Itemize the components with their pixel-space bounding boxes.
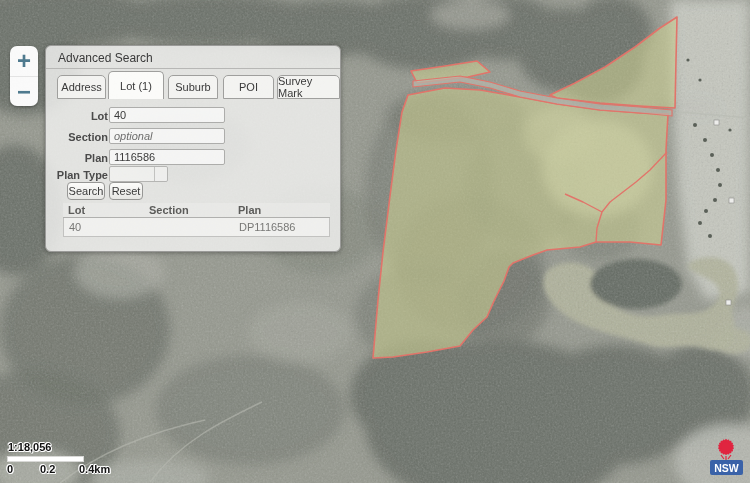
results-header-section: Section bbox=[149, 204, 238, 216]
plus-icon: + bbox=[17, 49, 31, 73]
results-header-row: Lot Section Plan bbox=[63, 203, 330, 218]
panel-header[interactable]: Advanced Search bbox=[46, 46, 340, 69]
chevron-down-icon bbox=[154, 167, 167, 181]
plan-input[interactable] bbox=[109, 149, 225, 165]
waratah-icon bbox=[718, 439, 735, 460]
scale-bar-line bbox=[7, 456, 84, 462]
plan-label: Plan bbox=[52, 152, 108, 164]
results-header-lot: Lot bbox=[63, 204, 149, 216]
nsw-logo-text: NSW bbox=[714, 462, 739, 474]
lot-label: Lot bbox=[52, 110, 108, 122]
tab-address[interactable]: Address bbox=[57, 75, 106, 99]
results-table: Lot Section Plan 40 DP1116586 bbox=[63, 203, 330, 237]
zoom-control: + − bbox=[10, 46, 38, 106]
lot-input[interactable] bbox=[109, 107, 225, 123]
advanced-search-panel: Advanced Search Address Lot (1) Suburb P… bbox=[45, 45, 341, 252]
results-header-plan: Plan bbox=[238, 204, 330, 216]
tab-suburb-label: Suburb bbox=[175, 81, 210, 93]
zoom-in-button[interactable]: + bbox=[10, 46, 38, 76]
search-button[interactable]: Search bbox=[67, 182, 105, 200]
tab-lot-label: Lot (1) bbox=[120, 80, 152, 92]
tab-lot[interactable]: Lot (1) bbox=[108, 71, 164, 99]
tab-survey-mark-label: Survey Mark bbox=[278, 75, 339, 99]
scale-bar: 1:18,056 0 0.2 0.4km bbox=[0, 440, 130, 480]
section-label: Section bbox=[52, 131, 108, 143]
nsw-government-logo: NSW bbox=[707, 435, 747, 479]
results-cell-lot: 40 bbox=[64, 221, 150, 233]
panel-title: Advanced Search bbox=[58, 51, 153, 65]
scale-tick-end: 0.4km bbox=[79, 463, 110, 475]
section-input[interactable] bbox=[109, 128, 225, 144]
results-cell-plan: DP1116586 bbox=[239, 221, 329, 233]
tab-poi-label: POI bbox=[239, 81, 258, 93]
minus-icon: − bbox=[17, 80, 31, 104]
scale-ratio-text: 1:18,056 bbox=[8, 441, 51, 453]
tab-survey-mark[interactable]: Survey Mark bbox=[277, 75, 340, 99]
scale-tick-mid: 0.2 bbox=[40, 463, 55, 475]
scale-tick-start: 0 bbox=[7, 463, 13, 475]
tab-poi[interactable]: POI bbox=[223, 75, 274, 99]
plan-type-label: Plan Type bbox=[52, 169, 108, 181]
plan-type-select[interactable] bbox=[109, 166, 168, 182]
zoom-out-button[interactable]: − bbox=[10, 76, 38, 106]
tab-suburb[interactable]: Suburb bbox=[168, 75, 218, 99]
results-row[interactable]: 40 DP1116586 bbox=[63, 218, 330, 237]
reset-button[interactable]: Reset bbox=[109, 182, 143, 200]
map-application: Advanced Search Address Lot (1) Suburb P… bbox=[0, 0, 750, 483]
tab-address-label: Address bbox=[61, 81, 101, 93]
